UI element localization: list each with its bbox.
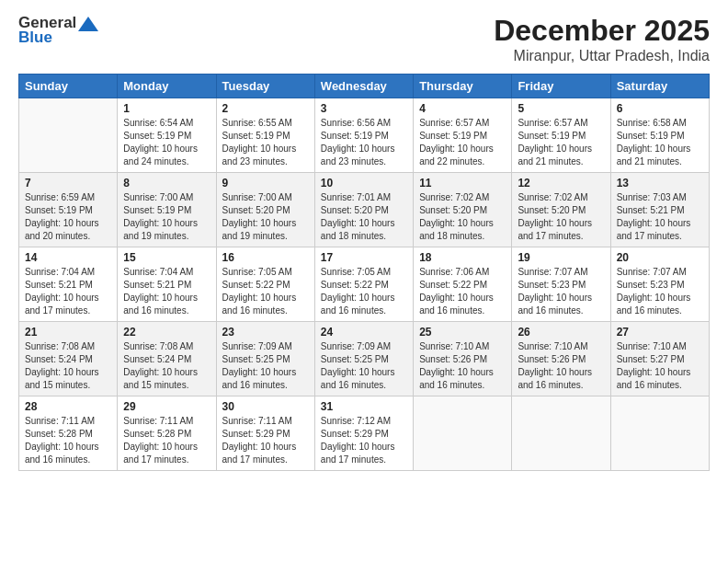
day-info: Sunrise: 6:59 AM Sunset: 5:19 PM Dayligh… [25, 191, 111, 243]
day-number: 1 [123, 102, 210, 115]
day-number: 5 [518, 102, 604, 115]
day-info: Sunrise: 7:01 AM Sunset: 5:20 PM Dayligh… [321, 191, 407, 243]
day-info: Sunrise: 7:04 AM Sunset: 5:21 PM Dayligh… [123, 266, 210, 317]
calendar-week-5: 28Sunrise: 7:11 AM Sunset: 5:28 PM Dayli… [19, 396, 710, 471]
calendar-day-8: 8Sunrise: 7:00 AM Sunset: 5:19 PM Daylig… [118, 173, 216, 247]
calendar-day-5: 5Sunrise: 6:57 AM Sunset: 5:19 PM Daylig… [512, 98, 610, 173]
day-info: Sunrise: 7:11 AM Sunset: 5:28 PM Dayligh… [25, 415, 111, 466]
day-number: 25 [419, 326, 506, 339]
calendar-header-friday: Friday [512, 75, 610, 98]
day-info: Sunrise: 7:09 AM Sunset: 5:25 PM Dayligh… [222, 340, 309, 392]
day-info: Sunrise: 6:56 AM Sunset: 5:19 PM Dayligh… [321, 117, 407, 168]
calendar-day-29: 29Sunrise: 7:11 AM Sunset: 5:28 PM Dayli… [118, 396, 216, 471]
calendar-day-16: 16Sunrise: 7:05 AM Sunset: 5:22 PM Dayli… [216, 247, 314, 322]
calendar-day-21: 21Sunrise: 7:08 AM Sunset: 5:24 PM Dayli… [19, 322, 118, 396]
day-number: 13 [617, 177, 703, 190]
calendar-day-25: 25Sunrise: 7:10 AM Sunset: 5:26 PM Dayli… [414, 322, 512, 396]
calendar-day-13: 13Sunrise: 7:03 AM Sunset: 5:21 PM Dayli… [610, 173, 709, 247]
calendar-table: SundayMondayTuesdayWednesdayThursdayFrid… [18, 74, 710, 471]
day-number: 20 [617, 251, 703, 264]
svg-marker-0 [78, 17, 98, 31]
calendar-day-18: 18Sunrise: 7:06 AM Sunset: 5:22 PM Dayli… [414, 247, 512, 322]
day-info: Sunrise: 6:57 AM Sunset: 5:19 PM Dayligh… [518, 117, 604, 168]
calendar-day-28: 28Sunrise: 7:11 AM Sunset: 5:28 PM Dayli… [19, 396, 118, 471]
calendar-day-7: 7Sunrise: 6:59 AM Sunset: 5:19 PM Daylig… [19, 173, 118, 247]
day-info: Sunrise: 7:10 AM Sunset: 5:27 PM Dayligh… [617, 340, 703, 392]
day-info: Sunrise: 7:05 AM Sunset: 5:22 PM Dayligh… [222, 266, 309, 317]
day-number: 19 [518, 251, 604, 264]
calendar-day-22: 22Sunrise: 7:08 AM Sunset: 5:24 PM Dayli… [118, 322, 216, 396]
day-info: Sunrise: 7:00 AM Sunset: 5:20 PM Dayligh… [222, 191, 309, 243]
day-info: Sunrise: 7:10 AM Sunset: 5:26 PM Dayligh… [419, 340, 506, 392]
page: General Blue December 2025 Miranpur, Utt… [0, 0, 728, 563]
calendar-header-thursday: Thursday [414, 75, 512, 98]
day-number: 2 [222, 102, 309, 115]
day-info: Sunrise: 7:07 AM Sunset: 5:23 PM Dayligh… [518, 266, 604, 317]
calendar-day-4: 4Sunrise: 6:57 AM Sunset: 5:19 PM Daylig… [414, 98, 512, 173]
calendar-day-27: 27Sunrise: 7:10 AM Sunset: 5:27 PM Dayli… [610, 322, 709, 396]
day-number: 31 [321, 400, 407, 413]
day-info: Sunrise: 7:08 AM Sunset: 5:24 PM Dayligh… [25, 340, 111, 392]
day-number: 30 [222, 400, 309, 413]
day-number: 3 [321, 102, 407, 115]
day-info: Sunrise: 7:10 AM Sunset: 5:26 PM Dayligh… [518, 340, 604, 392]
day-info: Sunrise: 7:08 AM Sunset: 5:24 PM Dayligh… [123, 340, 210, 392]
day-info: Sunrise: 7:04 AM Sunset: 5:21 PM Dayligh… [25, 266, 111, 317]
title-area: December 2025 Miranpur, Uttar Pradesh, I… [494, 14, 710, 64]
day-info: Sunrise: 7:00 AM Sunset: 5:19 PM Dayligh… [123, 191, 210, 243]
day-info: Sunrise: 7:07 AM Sunset: 5:23 PM Dayligh… [617, 266, 703, 317]
day-number: 9 [222, 177, 309, 190]
day-number: 15 [123, 251, 210, 264]
calendar-day-17: 17Sunrise: 7:05 AM Sunset: 5:22 PM Dayli… [314, 247, 413, 322]
day-number: 24 [321, 326, 407, 339]
calendar-day-empty [610, 396, 709, 471]
logo-icon [78, 17, 98, 31]
calendar-day-31: 31Sunrise: 7:12 AM Sunset: 5:29 PM Dayli… [314, 396, 413, 471]
calendar-day-3: 3Sunrise: 6:56 AM Sunset: 5:19 PM Daylig… [314, 98, 413, 173]
day-info: Sunrise: 7:05 AM Sunset: 5:22 PM Dayligh… [321, 266, 407, 317]
calendar-header-row: SundayMondayTuesdayWednesdayThursdayFrid… [19, 75, 710, 98]
calendar-day-9: 9Sunrise: 7:00 AM Sunset: 5:20 PM Daylig… [216, 173, 314, 247]
calendar-day-10: 10Sunrise: 7:01 AM Sunset: 5:20 PM Dayli… [314, 173, 413, 247]
calendar-day-19: 19Sunrise: 7:07 AM Sunset: 5:23 PM Dayli… [512, 247, 610, 322]
day-info: Sunrise: 7:02 AM Sunset: 5:20 PM Dayligh… [518, 191, 604, 243]
calendar-day-30: 30Sunrise: 7:11 AM Sunset: 5:29 PM Dayli… [216, 396, 314, 471]
day-number: 27 [617, 326, 703, 339]
calendar-day-14: 14Sunrise: 7:04 AM Sunset: 5:21 PM Dayli… [19, 247, 118, 322]
day-number: 18 [419, 251, 506, 264]
day-info: Sunrise: 6:58 AM Sunset: 5:19 PM Dayligh… [617, 117, 703, 168]
calendar-header-saturday: Saturday [610, 75, 709, 98]
calendar-header-sunday: Sunday [19, 75, 118, 98]
page-subtitle: Miranpur, Uttar Pradesh, India [494, 48, 710, 64]
day-info: Sunrise: 7:09 AM Sunset: 5:25 PM Dayligh… [321, 340, 407, 392]
day-info: Sunrise: 7:11 AM Sunset: 5:29 PM Dayligh… [222, 415, 309, 466]
day-info: Sunrise: 7:02 AM Sunset: 5:20 PM Dayligh… [419, 191, 506, 243]
calendar-week-4: 21Sunrise: 7:08 AM Sunset: 5:24 PM Dayli… [19, 322, 710, 396]
logo: General Blue [18, 14, 98, 47]
day-number: 26 [518, 326, 604, 339]
header: General Blue December 2025 Miranpur, Utt… [18, 14, 710, 64]
day-number: 23 [222, 326, 309, 339]
day-info: Sunrise: 7:03 AM Sunset: 5:21 PM Dayligh… [617, 191, 703, 243]
day-number: 17 [321, 251, 407, 264]
calendar-day-15: 15Sunrise: 7:04 AM Sunset: 5:21 PM Dayli… [118, 247, 216, 322]
day-info: Sunrise: 6:57 AM Sunset: 5:19 PM Dayligh… [419, 117, 506, 168]
day-number: 21 [25, 326, 111, 339]
calendar-day-empty [19, 98, 118, 173]
day-number: 29 [123, 400, 210, 413]
calendar-day-empty [512, 396, 610, 471]
calendar-day-11: 11Sunrise: 7:02 AM Sunset: 5:20 PM Dayli… [414, 173, 512, 247]
day-number: 22 [123, 326, 210, 339]
calendar-header-wednesday: Wednesday [314, 75, 413, 98]
calendar-day-26: 26Sunrise: 7:10 AM Sunset: 5:26 PM Dayli… [512, 322, 610, 396]
calendar-header-monday: Monday [118, 75, 216, 98]
day-info: Sunrise: 6:54 AM Sunset: 5:19 PM Dayligh… [123, 117, 210, 168]
day-number: 12 [518, 177, 604, 190]
day-info: Sunrise: 7:12 AM Sunset: 5:29 PM Dayligh… [321, 415, 407, 466]
logo-blue-text: Blue [18, 29, 52, 47]
calendar-day-23: 23Sunrise: 7:09 AM Sunset: 5:25 PM Dayli… [216, 322, 314, 396]
day-info: Sunrise: 7:06 AM Sunset: 5:22 PM Dayligh… [419, 266, 506, 317]
calendar-week-2: 7Sunrise: 6:59 AM Sunset: 5:19 PM Daylig… [19, 173, 710, 247]
calendar-day-6: 6Sunrise: 6:58 AM Sunset: 5:19 PM Daylig… [610, 98, 709, 173]
day-number: 10 [321, 177, 407, 190]
